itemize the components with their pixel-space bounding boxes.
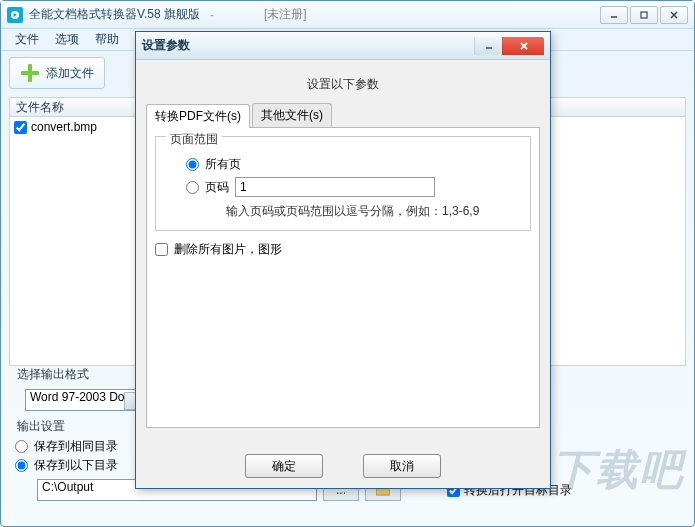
radio-pages[interactable] xyxy=(186,181,199,194)
dialog-subtitle: 设置以下参数 xyxy=(146,70,540,103)
dialog-buttons: 确定 取消 xyxy=(136,454,550,478)
main-title: 全能文档格式转换器V.58 旗舰版 xyxy=(29,6,200,23)
tab-pdf[interactable]: 转换PDF文件(s) xyxy=(146,104,250,128)
delete-images-checkbox[interactable] xyxy=(155,243,168,256)
radio-below-dir[interactable] xyxy=(15,459,28,472)
plus-icon xyxy=(20,63,40,83)
output-format-combo[interactable]: Word 97-2003 Do xyxy=(25,389,145,411)
dialog-titlebar[interactable]: 设置参数 xyxy=(136,32,550,60)
radio-below-dir-label: 保存到以下目录 xyxy=(34,457,118,474)
radio-pages-label: 页码 xyxy=(205,179,229,196)
dialog-tabs: 转换PDF文件(s) 其他文件(s) xyxy=(146,103,540,128)
dialog-title: 设置参数 xyxy=(142,37,190,54)
add-file-label: 添加文件 xyxy=(46,65,94,82)
page-range-hint: 输入页码或页码范围以逗号分隔，例如：1,3-6,9 xyxy=(166,203,520,220)
page-range-fieldset: 页面范围 所有页 页码 输入页码或页码范围以逗号分隔，例如：1,3-6,9 xyxy=(155,136,531,231)
tab-other[interactable]: 其他文件(s) xyxy=(252,103,332,127)
registration-status: [未注册] xyxy=(264,6,307,23)
close-button[interactable] xyxy=(660,6,688,24)
file-name: convert.bmp xyxy=(31,120,97,134)
cancel-button[interactable]: 取消 xyxy=(363,454,441,478)
page-range-legend: 页面范围 xyxy=(166,131,222,148)
window-controls xyxy=(600,6,688,24)
menu-file[interactable]: 文件 xyxy=(9,29,45,50)
dialog-minimize-button[interactable] xyxy=(474,37,502,55)
radio-same-dir-label: 保存到相同目录 xyxy=(34,438,118,455)
radio-pages-row[interactable]: 页码 xyxy=(166,175,520,199)
maximize-button[interactable] xyxy=(630,6,658,24)
dialog-body: 设置以下参数 转换PDF文件(s) 其他文件(s) 页面范围 所有页 页码 xyxy=(136,60,550,488)
svg-rect-4 xyxy=(21,71,39,75)
file-checkbox[interactable] xyxy=(14,121,27,134)
output-format-value: Word 97-2003 Do xyxy=(30,390,125,404)
radio-same-dir[interactable] xyxy=(15,440,28,453)
settings-dialog: 设置参数 设置以下参数 转换PDF文件(s) 其他文件(s) 页面范围 所有页 xyxy=(135,31,551,489)
delete-images-row[interactable]: 删除所有图片，图形 xyxy=(155,241,531,258)
radio-all-pages-label: 所有页 xyxy=(205,156,241,173)
minimize-button[interactable] xyxy=(600,6,628,24)
add-file-button[interactable]: 添加文件 xyxy=(9,57,105,89)
main-titlebar: 全能文档格式转换器V.58 旗舰版 - [未注册] xyxy=(1,1,694,29)
menu-options[interactable]: 选项 xyxy=(49,29,85,50)
radio-all-pages-row[interactable]: 所有页 xyxy=(166,154,520,175)
svg-rect-2 xyxy=(641,12,647,18)
pages-input[interactable] xyxy=(235,177,435,197)
delete-images-label: 删除所有图片，图形 xyxy=(174,241,282,258)
menu-help[interactable]: 帮助 xyxy=(89,29,125,50)
tab-panel-pdf: 页面范围 所有页 页码 输入页码或页码范围以逗号分隔，例如：1,3-6,9 xyxy=(146,128,540,428)
app-icon xyxy=(7,7,23,23)
ok-button[interactable]: 确定 xyxy=(245,454,323,478)
dialog-close-button[interactable] xyxy=(502,37,544,55)
radio-all-pages[interactable] xyxy=(186,158,199,171)
